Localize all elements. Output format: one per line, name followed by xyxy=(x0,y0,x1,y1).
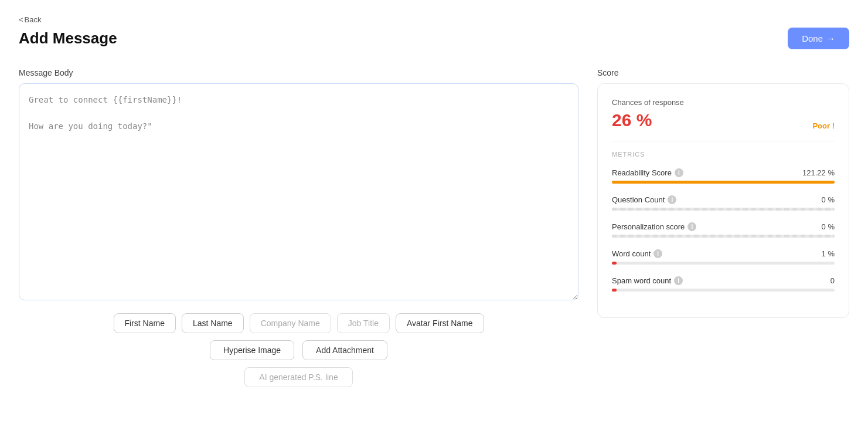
personalization-value: 0 % xyxy=(822,222,835,231)
question-count-bar xyxy=(612,208,835,211)
spam-word-count-value: 0 xyxy=(830,276,835,285)
score-title: Score xyxy=(597,68,849,77)
job-title-button[interactable]: Job Title xyxy=(337,313,390,333)
word-count-name: Word count i xyxy=(612,249,662,258)
hyperise-image-button[interactable]: Hyperise Image xyxy=(210,340,294,360)
avatar-first-name-button[interactable]: Avatar First Name xyxy=(396,313,484,333)
personalization-info-icon[interactable]: i xyxy=(687,222,696,231)
spam-word-count-name: Spam word count i xyxy=(612,276,683,285)
main-layout: Message Body Great to connect {{firstNam… xyxy=(19,68,849,387)
header: Add Message Done xyxy=(19,28,849,49)
personalization-name: Personalization score i xyxy=(612,222,696,231)
chances-row: 26 % Poor ! xyxy=(612,110,835,130)
right-panel: Score Chances of response 26 % Poor ! ME… xyxy=(597,68,849,387)
chances-status: Poor ! xyxy=(812,121,835,130)
message-body-textarea[interactable]: Great to connect {{firstName}}! How are … xyxy=(19,83,578,300)
page-title: Add Message xyxy=(19,29,117,48)
spam-word-count-info-icon[interactable]: i xyxy=(674,276,683,285)
personalization-bar xyxy=(612,235,835,238)
last-name-button[interactable]: Last Name xyxy=(182,313,244,333)
variable-buttons-row: First Name Last Name Company Name Job Ti… xyxy=(19,313,578,333)
question-count-info-icon[interactable]: i xyxy=(668,195,676,204)
metric-word-count: Word count i 1 % xyxy=(612,249,835,265)
spam-word-count-bar xyxy=(612,289,835,292)
word-count-info-icon[interactable]: i xyxy=(653,249,662,258)
metrics-label: METRICS xyxy=(612,151,835,158)
message-body-label: Message Body xyxy=(19,68,578,77)
attach-buttons-row: Hyperise Image Add Attachment xyxy=(19,340,578,360)
first-name-button[interactable]: First Name xyxy=(114,313,176,333)
score-panel: Chances of response 26 % Poor ! METRICS … xyxy=(597,83,849,318)
chances-percent: 26 % xyxy=(612,110,652,130)
question-count-name: Question Count i xyxy=(612,195,676,204)
word-count-value: 1 % xyxy=(822,249,835,258)
readability-bar xyxy=(612,181,835,184)
back-link[interactable]: Back xyxy=(19,15,42,24)
done-button[interactable]: Done xyxy=(788,28,849,49)
add-attachment-button[interactable]: Add Attachment xyxy=(302,340,387,360)
divider xyxy=(612,141,835,141)
metric-personalization: Personalization score i 0 % xyxy=(612,222,835,238)
company-name-button[interactable]: Company Name xyxy=(250,313,331,333)
readability-info-icon[interactable]: i xyxy=(675,168,683,177)
metric-readability: Readability Score i 121.22 % xyxy=(612,168,835,184)
chances-label: Chances of response xyxy=(612,98,835,107)
metric-spam-word-count: Spam word count i 0 xyxy=(612,276,835,292)
left-panel: Message Body Great to connect {{firstNam… xyxy=(19,68,578,387)
metric-question-count: Question Count i 0 % xyxy=(612,195,835,211)
word-count-bar xyxy=(612,262,835,265)
readability-value: 121.22 % xyxy=(802,168,835,177)
ai-ps-line-button[interactable]: AI generated P.S. line xyxy=(244,367,352,387)
readability-name: Readability Score i xyxy=(612,168,683,177)
question-count-value: 0 % xyxy=(822,195,835,204)
